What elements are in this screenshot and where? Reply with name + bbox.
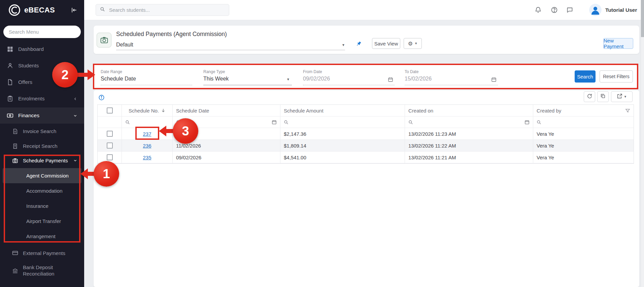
- help-icon[interactable]: [551, 6, 558, 13]
- copy-button[interactable]: [597, 91, 609, 102]
- column-header-schedule-no[interactable]: Schedule No.: [122, 105, 173, 116]
- sidebar-search-input[interactable]: [3, 26, 81, 38]
- sidebar-item-insurance[interactable]: Insurance: [3, 198, 81, 214]
- refresh-button[interactable]: [584, 91, 595, 102]
- schedule-no-link[interactable]: 235: [143, 155, 151, 160]
- page-header-card: Scheduled Payments (Agent Commission) De…: [94, 26, 639, 54]
- column-header-created-on[interactable]: Created on: [405, 105, 533, 116]
- sidebar-item-label: Insurance: [26, 203, 48, 209]
- bank-deposit-icon: [12, 268, 18, 274]
- sidebar-item-label: Enrolments: [18, 96, 44, 102]
- calendar-icon[interactable]: [524, 120, 530, 125]
- export-button[interactable]: ▼: [611, 91, 633, 102]
- sidebar-item-label: Schedule Payments: [23, 158, 68, 163]
- search-icon: [408, 120, 413, 125]
- page-scrollbar[interactable]: [641, 0, 644, 287]
- sidebar-collapse-icon[interactable]: [71, 7, 77, 13]
- schedule-no-link[interactable]: 237: [143, 131, 151, 137]
- external-payments-icon: [12, 250, 18, 256]
- field-value: This Week: [203, 76, 229, 82]
- created-by-cell: Vera Ye: [537, 131, 554, 137]
- select-all-checkbox[interactable]: [107, 107, 113, 114]
- sidebar-header: eBECAS: [0, 0, 84, 20]
- chat-icon[interactable]: [566, 6, 573, 13]
- sidebar-item-bank-deposit-reconciliation[interactable]: Bank Deposit Reconciliation: [0, 261, 84, 281]
- sidebar-item-enrolments[interactable]: Enrolments: [0, 91, 84, 107]
- receipt-search-icon: [12, 143, 18, 149]
- sidebar-item-airport-transfer[interactable]: Airport Transfer: [3, 214, 81, 229]
- to-date-field[interactable]: To Date 15/02/2026: [405, 69, 498, 85]
- finances-icon: [7, 112, 13, 119]
- sidebar-item-agent-commission[interactable]: Agent Commission: [3, 168, 81, 183]
- global-search[interactable]: [96, 4, 229, 16]
- new-payment-button[interactable]: New Payment: [603, 38, 633, 49]
- sidebar-item-accommodation[interactable]: Accommodation: [3, 183, 81, 198]
- filter-schedule-date[interactable]: [173, 117, 280, 128]
- filter-created-by[interactable]: [533, 117, 634, 128]
- sidebar-item-label: Agent Commission: [26, 173, 69, 179]
- avatar[interactable]: [589, 4, 602, 16]
- sidebar-item-students[interactable]: Students: [0, 58, 84, 74]
- save-view-button[interactable]: Save View: [372, 38, 400, 49]
- created-on-cell: 13/02/2026 11:21 AM: [408, 155, 456, 160]
- calendar-icon[interactable]: [388, 77, 393, 82]
- user-name[interactable]: Tutorial User: [605, 0, 637, 20]
- date-range-field[interactable]: Date Range Schedule Date: [101, 69, 192, 85]
- chevron-down-icon: ▼: [414, 42, 417, 45]
- sidebar-item-arrangement[interactable]: Arrangement: [3, 229, 81, 244]
- sidebar-item-finances[interactable]: Finances: [0, 107, 84, 124]
- table-filter-row: [98, 117, 634, 128]
- sidebar-item-partial[interactable]: [0, 282, 84, 287]
- filter-schedule-amount[interactable]: [280, 117, 405, 128]
- sidebar-item-label: Dashboard: [18, 46, 44, 52]
- refresh-icon: [587, 93, 592, 100]
- schedule-amount-cell: $4,541.00: [284, 155, 306, 160]
- sidebar-item-receipt-search[interactable]: Receipt Search: [0, 138, 84, 154]
- filter-schedule-no[interactable]: [122, 117, 173, 128]
- notifications-icon[interactable]: [535, 6, 542, 13]
- topbar: Tutorial User: [84, 0, 644, 20]
- chevron-down-icon: [73, 114, 77, 118]
- sort-desc-icon: [161, 108, 166, 113]
- sidebar-item-dashboard[interactable]: Dashboard: [0, 41, 84, 57]
- sidebar-item-external-payments[interactable]: External Payments: [0, 245, 84, 261]
- row-checkbox[interactable]: [107, 154, 113, 160]
- view-select[interactable]: Default ▼: [116, 40, 345, 50]
- column-header-schedule-date[interactable]: Schedule Date: [173, 105, 280, 116]
- schedule-amount-cell: $2,147.36: [284, 131, 306, 137]
- column-header-created-by[interactable]: Created by: [533, 105, 634, 116]
- calendar-icon[interactable]: [491, 77, 497, 82]
- range-type-field[interactable]: Range Type This Week ▼: [203, 69, 292, 85]
- sidebar-item-label: Bank Deposit Reconciliation: [23, 264, 65, 277]
- column-header-schedule-amount[interactable]: Schedule Amount: [280, 105, 405, 116]
- brand-name: eBECAS: [24, 6, 55, 14]
- search-icon: [284, 120, 289, 125]
- reset-filters-button[interactable]: Reset Filters: [600, 70, 633, 83]
- global-search-input[interactable]: [108, 7, 225, 13]
- row-checkbox[interactable]: [107, 142, 113, 149]
- field-label: To Date: [405, 69, 418, 74]
- chevron-down-icon: [73, 158, 77, 163]
- sidebar-item-offers[interactable]: Offers: [0, 74, 84, 90]
- sidebar-item-invoice-search[interactable]: Invoice Search: [0, 124, 84, 139]
- calendar-icon[interactable]: [272, 120, 277, 125]
- search-icon: [537, 120, 541, 125]
- pin-icon[interactable]: [356, 41, 362, 47]
- offers-icon: [7, 79, 13, 86]
- view-settings-button[interactable]: ⚙ ▼: [404, 38, 422, 49]
- filter-bar: Date Range Schedule Date Range Type This…: [94, 65, 637, 88]
- chevron-down-icon: ▼: [624, 95, 627, 98]
- info-icon[interactable]: [98, 94, 105, 101]
- filter-created-on[interactable]: [405, 117, 533, 128]
- sidebar-item-schedule-payments[interactable]: Schedule Payments: [0, 153, 84, 168]
- filter-funnel-icon[interactable]: [625, 108, 630, 113]
- scrollbar-thumb[interactable]: [641, 0, 644, 37]
- schedule-no-link[interactable]: 236: [143, 143, 151, 149]
- created-by-cell: Vera Ye: [537, 143, 554, 149]
- payments-table: Schedule No. Schedule Date Schedule Amou…: [97, 104, 634, 164]
- from-date-field[interactable]: From Date 09/02/2026: [303, 69, 395, 85]
- gear-icon: ⚙: [408, 40, 413, 47]
- page-title: Scheduled Payments (Agent Commission): [116, 31, 227, 38]
- row-checkbox[interactable]: [107, 131, 113, 137]
- search-button[interactable]: Search: [575, 70, 596, 83]
